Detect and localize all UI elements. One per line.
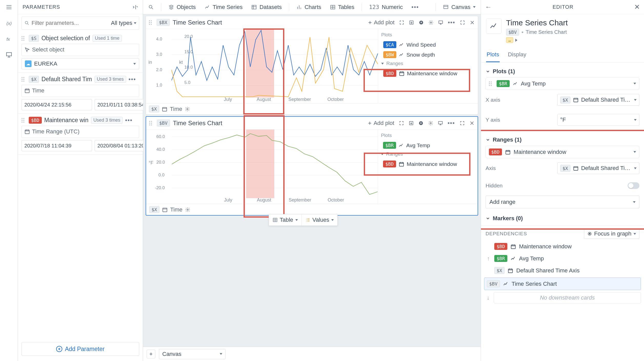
line-chart-icon (399, 143, 404, 148)
present-icon[interactable] (438, 20, 443, 25)
menu-icon[interactable] (5, 3, 13, 11)
editor-back-button[interactable]: ← (485, 3, 492, 11)
collapse-panel-icon[interactable] (132, 4, 138, 10)
param-group-object-selection: $S Object selection of Used 1 time Selec… (18, 32, 143, 73)
formula-x-icon[interactable]: (x) (5, 19, 13, 27)
chart-2-plot-area[interactable]: °F 60.0 40.0 20.0 0.0 -20.0 July August (146, 130, 378, 204)
maint-start-input[interactable] (22, 140, 92, 151)
legend-snow-depth[interactable]: $BWSnow depth (381, 50, 475, 60)
more-menu[interactable]: ••• (129, 76, 136, 83)
gear-icon[interactable] (185, 107, 190, 112)
section-ranges[interactable]: Ranges (1) (486, 134, 639, 146)
popover-values[interactable]: Values (301, 214, 338, 226)
toolbar-canvas-dropdown[interactable]: Canvas (441, 3, 477, 12)
dep-maintenance-window[interactable]: $BD Maintenance window (481, 240, 644, 252)
more-menu[interactable]: ••• (125, 117, 133, 124)
table-values-popover: Table Values (269, 214, 338, 226)
chevron-down-icon (473, 6, 476, 8)
tab-display[interactable]: Display (507, 48, 527, 62)
param-group-name: Default Shared Tim (42, 76, 92, 83)
axis-select[interactable]: $X Default Shared Ti… (557, 162, 639, 174)
toolbar-numeric[interactable]: 123Numeric (367, 3, 404, 12)
dep-time-series-chart[interactable]: $BV Time Series Chart (484, 278, 641, 290)
settings-icon[interactable] (428, 121, 433, 126)
more-icon[interactable]: ••• (448, 120, 455, 126)
download-icon[interactable] (419, 20, 424, 25)
filter-parameters[interactable]: All types (22, 16, 139, 30)
types-dropdown[interactable]: All types (111, 20, 136, 26)
legend-maintenance-window-2[interactable]: $BDMaintenance window (381, 159, 475, 169)
object-select[interactable]: ☁EUREKA (22, 58, 139, 69)
drag-handle-icon[interactable] (22, 77, 26, 82)
dep-avg-temp[interactable]: ↑ $BR Avg Temp (481, 252, 644, 264)
fit-icon[interactable] (399, 20, 404, 25)
editor-close-button[interactable]: ✕ (634, 3, 640, 11)
toolbar-objects[interactable]: Objects (167, 3, 197, 12)
add-parameter-button[interactable]: + Add Parameter (22, 342, 139, 356)
toolbar-charts[interactable]: Charts (295, 3, 323, 12)
close-icon[interactable] (469, 121, 475, 126)
close-icon[interactable] (470, 20, 475, 25)
save-layout-icon[interactable] (409, 20, 414, 25)
drag-handle-icon[interactable] (22, 118, 26, 123)
chevron-down-icon (633, 233, 636, 235)
yaxis-select[interactable]: °F (557, 114, 639, 126)
chart-card-2[interactable]: $BV Time Series Chart +Add plot ••• (146, 116, 478, 216)
dep-default-time-axis[interactable]: $X Default Shared Time Axis (481, 264, 644, 277)
drag-handle-icon[interactable] (149, 121, 154, 125)
filter-parameters-input[interactable] (32, 20, 109, 26)
time-start-input[interactable] (22, 99, 92, 110)
svg-rect-7 (252, 5, 256, 9)
more-icon[interactable]: ••• (448, 19, 455, 26)
section-plots[interactable]: Plots (1) (486, 66, 639, 77)
add-plot-button[interactable]: +Add plot (368, 120, 394, 127)
presentation-icon[interactable] (5, 51, 13, 59)
drag-handle-icon[interactable] (149, 20, 154, 25)
svg-rect-20 (438, 121, 442, 124)
drag-handle-icon[interactable] (489, 81, 494, 86)
add-canvas-button[interactable]: + (147, 350, 155, 358)
search-button[interactable] (147, 3, 155, 11)
footer-pill: $X (149, 105, 159, 112)
section-markers[interactable]: Markers (0) (486, 213, 639, 224)
add-range-button[interactable]: Add range (486, 196, 639, 208)
fit-icon[interactable] (399, 121, 404, 126)
popover-table[interactable]: Table (269, 214, 301, 226)
toolbar-time-series[interactable]: Time Series (203, 3, 244, 12)
fx-icon[interactable]: fx (5, 35, 13, 43)
parameters-title: PARAMETERS (23, 4, 60, 10)
legend-maintenance-window-1[interactable]: $BDMaintenance window (381, 68, 475, 78)
chevron-down-icon (134, 22, 136, 24)
present-icon[interactable] (438, 121, 443, 126)
svg-rect-2 (6, 52, 12, 56)
fullscreen-icon[interactable] (460, 20, 465, 25)
download-icon[interactable] (418, 121, 424, 126)
canvas-select[interactable]: Canvas (159, 349, 226, 359)
search-icon (24, 20, 29, 26)
chart-1-plot-area[interactable]: in kt 4.0 3.0 2.0 1.0 20.0 15.0 10.0 5.0 (146, 29, 378, 103)
settings-icon[interactable] (428, 20, 434, 25)
time-range-label: Time Range (UTC) (22, 126, 139, 138)
tab-plots[interactable]: Plots (486, 48, 500, 62)
chart-card-1[interactable]: $BX Time Series Chart +Add plot ••• (146, 16, 478, 115)
save-layout-icon[interactable] (409, 121, 414, 126)
legend-avg-temp[interactable]: $BRAvg Temp (381, 140, 475, 150)
chevron-down-icon (633, 83, 636, 84)
fullscreen-icon[interactable] (460, 121, 465, 126)
toolbar-datasets[interactable]: Datasets (250, 3, 283, 12)
xaxis-select[interactable]: $X Default Shared Ti… (557, 94, 639, 106)
add-plot-button[interactable]: +Add plot (368, 19, 395, 26)
calendar-icon (162, 207, 168, 213)
drag-handle-icon[interactable] (22, 36, 26, 41)
ellipsis-pill[interactable]: … (506, 37, 513, 43)
plot-row-avg-temp[interactable]: $BR Avg Temp (486, 77, 639, 90)
chart-title: Time Series Chart (173, 19, 222, 26)
gear-icon[interactable] (185, 207, 190, 212)
legend-wind-speed[interactable]: $CAWind Speed (381, 40, 475, 50)
toolbar-more[interactable]: ••• (410, 3, 420, 12)
svg-rect-5 (25, 130, 29, 134)
toolbar-tables[interactable]: Tables (328, 3, 356, 12)
focus-in-graph-button[interactable]: Focus in graph (584, 229, 639, 239)
hidden-toggle[interactable] (628, 182, 639, 189)
range-row-maintenance[interactable]: $BD Maintenance window (486, 146, 639, 158)
